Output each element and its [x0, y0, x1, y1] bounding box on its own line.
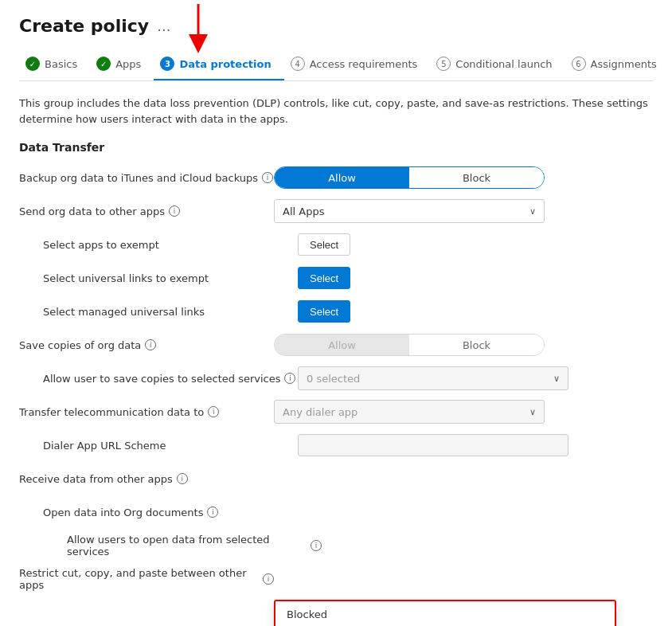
backup-toggle[interactable]: Allow Block [274, 166, 545, 189]
tab-conditional-label: Conditional launch [455, 58, 552, 70]
allow-open-label: Allow users to open data from selected s… [67, 534, 322, 558]
page-ellipsis: ... [157, 18, 170, 34]
send-org-dropdown-area: All Apps ∨ [274, 199, 653, 223]
select-managed-links-row: Select managed universal links Select [19, 299, 653, 324]
backup-label: Backup org data to iTunes and iCloud bac… [19, 172, 274, 184]
basics-check-icon: ✓ [25, 57, 40, 71]
send-org-row: Send org data to other apps i All Apps ∨ [19, 198, 653, 224]
popup-item-blocked[interactable]: Blocked [275, 601, 615, 626]
save-copies-label: Save copies of org data i [19, 339, 274, 351]
save-copies-toggle[interactable]: Allow Block [274, 334, 545, 356]
restrict-info-icon[interactable]: i [263, 573, 274, 585]
page-title: Create policy [19, 16, 149, 36]
receive-data-info-icon[interactable]: i [177, 473, 188, 484]
page-title-row: Create policy ... [19, 16, 653, 36]
open-data-info-icon[interactable]: i [207, 507, 218, 518]
restrict-area: Restrict cut, copy, and paste between ot… [19, 566, 653, 626]
tab-access-requirements[interactable]: 4 Access requirements [284, 50, 431, 80]
transfer-telecom-label: Transfer telecommunication data to i [19, 406, 274, 418]
backup-toggle-area: Allow Block [274, 166, 653, 189]
select-managed-links-control: Select [298, 300, 653, 323]
backup-block-option[interactable]: Block [409, 167, 544, 188]
receive-data-row: Receive data from other apps i [19, 466, 653, 491]
allow-user-save-dropdown-area: 0 selected ∨ [298, 366, 653, 390]
select-managed-links-button[interactable]: Select [298, 300, 350, 323]
send-org-dropdown[interactable]: All Apps ∨ [274, 199, 545, 223]
description-text: This group includes the data loss preven… [19, 96, 653, 127]
save-copies-block-option[interactable]: Block [409, 335, 544, 355]
restrict-and-dropdown: Restrict cut, copy, and paste between ot… [19, 566, 653, 626]
tab-assignments-label: Assignments [591, 58, 657, 70]
backup-allow-option[interactable]: Allow [275, 167, 409, 188]
select-apps-exempt-row: Select apps to exempt Select [19, 232, 653, 257]
transfer-telecom-row: Transfer telecommunication data to i Any… [19, 399, 653, 425]
data-protection-num: 3 [160, 57, 174, 71]
dialer-url-label: Dialer App URL Scheme [43, 440, 298, 452]
tabs-row: ✓ Basics ✓ Apps 3 Data protection 4 Acce… [19, 50, 653, 81]
allow-user-save-row: Allow user to save copies to selected se… [19, 366, 653, 391]
allow-user-save-label: Allow user to save copies to selected se… [43, 373, 298, 385]
page-container: Create policy ... ✓ Basics ✓ Apps 3 [0, 0, 672, 626]
select-apps-exempt-button[interactable]: Select [298, 233, 350, 256]
tab-conditional-launch[interactable]: 5 Conditional launch [430, 50, 565, 80]
red-arrow-top [174, 4, 222, 54]
save-copies-info-icon[interactable]: i [145, 339, 156, 350]
save-copies-allow-option[interactable]: Allow [275, 335, 409, 355]
tab-assignments[interactable]: 6 Assignments [565, 50, 670, 80]
select-apps-exempt-label: Select apps to exempt [43, 239, 298, 251]
tab-access-label: Access requirements [310, 58, 418, 70]
allow-open-row: Allow users to open data from selected s… [19, 533, 653, 558]
dialer-url-row: Dialer App URL Scheme [19, 432, 653, 458]
dialer-url-input[interactable] [298, 434, 568, 456]
transfer-telecom-chevron-icon: ∨ [529, 407, 536, 417]
tab-data-protection[interactable]: 3 Data protection [154, 50, 283, 80]
apps-check-icon: ✓ [96, 57, 111, 71]
restrict-row: Restrict cut, copy, and paste between ot… [19, 566, 653, 592]
data-transfer-header: Data Transfer [19, 141, 653, 154]
allow-user-save-dropdown[interactable]: 0 selected ∨ [298, 366, 568, 390]
backup-row: Backup org data to iTunes and iCloud bac… [19, 165, 653, 190]
transfer-telecom-dropdown[interactable]: Any dialer app ∨ [274, 400, 545, 424]
select-apps-exempt-control: Select [298, 233, 653, 256]
select-universal-links-label: Select universal links to exempt [43, 272, 298, 284]
conditional-num: 5 [436, 57, 451, 71]
tab-apps-label: Apps [115, 58, 141, 70]
allow-open-info-icon[interactable]: i [311, 540, 322, 551]
transfer-telecom-dropdown-area: Any dialer app ∨ [274, 400, 653, 424]
tab-basics-label: Basics [45, 58, 77, 70]
access-num: 4 [291, 57, 305, 71]
save-copies-toggle-area: Allow Block [274, 334, 653, 356]
open-data-row: Open data into Org documents i [19, 499, 653, 525]
restrict-label: Restrict cut, copy, and paste between ot… [19, 567, 274, 591]
dropdown-popup: Blocked Policy managed apps Policy manag… [274, 600, 616, 626]
dialer-url-input-area [298, 434, 653, 456]
send-org-label: Send org data to other apps i [19, 205, 274, 217]
receive-data-label: Receive data from other apps i [19, 473, 274, 485]
tab-apps[interactable]: ✓ Apps [90, 50, 154, 80]
select-managed-links-label: Select managed universal links [43, 306, 298, 318]
open-data-label: Open data into Org documents i [43, 507, 298, 518]
allow-user-save-chevron-icon: ∨ [553, 374, 560, 384]
assignments-num: 6 [572, 57, 586, 71]
save-copies-row: Save copies of org data i Allow Block [19, 332, 653, 358]
backup-info-icon[interactable]: i [262, 172, 273, 183]
send-org-info-icon[interactable]: i [169, 205, 180, 217]
allow-user-save-info-icon[interactable]: i [284, 373, 295, 384]
select-universal-links-row: Select universal links to exempt Select [19, 265, 653, 291]
tab-basics[interactable]: ✓ Basics [19, 50, 90, 80]
select-universal-links-button[interactable]: Select [298, 267, 350, 289]
tab-data-protection-label: Data protection [179, 58, 271, 70]
send-org-chevron-icon: ∨ [529, 206, 536, 217]
select-universal-links-control: Select [298, 267, 653, 289]
transfer-telecom-info-icon[interactable]: i [208, 406, 219, 417]
